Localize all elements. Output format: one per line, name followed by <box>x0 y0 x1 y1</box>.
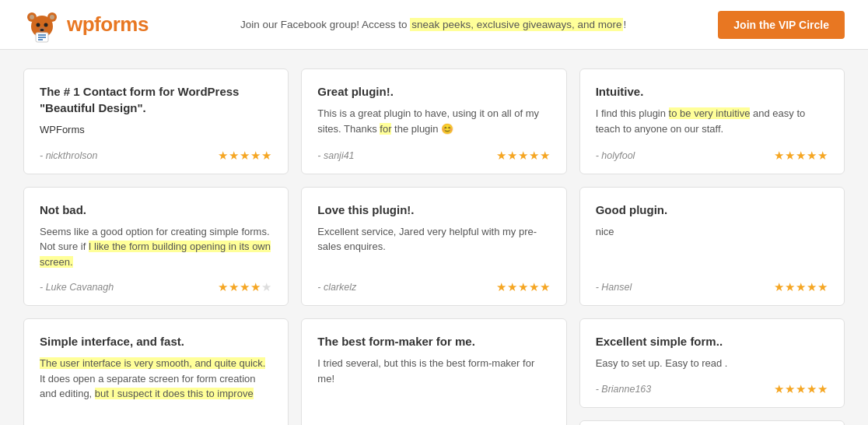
review-body: Excellent service, Jared very helpful wi… <box>317 224 550 270</box>
review-footer: - Hansel ★★★★★ <box>596 280 828 294</box>
review-body: I find this plugin to be very intuitive … <box>596 106 828 138</box>
reviewer-name: - clarkelz <box>317 282 356 293</box>
review-stars: ★★★★★ <box>774 382 828 396</box>
review-card: The best form-maker for me. I tried seve… <box>301 318 566 425</box>
review-card: Excellent!. <box>579 420 845 426</box>
review-title: Love this plugin!. <box>317 202 550 218</box>
reviewer-name: - holyfool <box>596 150 635 161</box>
reviewer-name: - Hansel <box>596 282 632 293</box>
review-footer: - holyfool ★★★★★ <box>596 149 828 163</box>
svg-point-5 <box>37 23 40 26</box>
review-stars: ★★★★★ <box>218 280 272 294</box>
logo: wpforms <box>23 6 149 44</box>
review-footer: - clarkelz ★★★★★ <box>317 280 550 294</box>
review-card: Not bad. Seems like a good option for cr… <box>23 187 289 307</box>
review-body: Seems like a good option for creating si… <box>40 224 272 270</box>
review-card: Simple interface, and fast. The user int… <box>23 318 289 425</box>
review-title: Great plugin!. <box>317 83 550 100</box>
review-footer: - Brianne163 ★★★★★ <box>596 382 828 396</box>
review-stars: ★★★★★ <box>496 149 551 163</box>
vip-circle-button[interactable]: Join the VIP Circle <box>718 11 845 39</box>
review-stars: ★★★★★ <box>774 280 828 294</box>
site-header: wpforms Join our Facebook group! Access … <box>0 0 868 50</box>
review-body: WPForms <box>40 122 272 138</box>
svg-point-6 <box>44 23 48 26</box>
review-body: Easy to set up. Easy to read . <box>596 356 828 371</box>
main-content: The # 1 Contact form for WordPress "Beau… <box>0 50 868 425</box>
review-title: Simple interface, and fast. <box>40 333 272 349</box>
review-stars: ★★★★★ <box>496 280 551 294</box>
review-title: Good plugin. <box>596 202 828 218</box>
review-card: Good plugin. nice - Hansel ★★★★★ <box>579 187 845 307</box>
review-stars: ★★★★★ <box>774 149 828 163</box>
review-title: The best form-maker for me. <box>317 333 550 349</box>
review-body: I tried several, but this is the best fo… <box>317 356 550 425</box>
reviewer-name: - nickthrolson <box>40 150 97 161</box>
review-body: The user interface is very smooth, and q… <box>40 356 272 425</box>
logo-wp: wp <box>67 12 94 36</box>
review-body: nice <box>596 224 828 270</box>
reviewer-name: - sanji41 <box>317 150 354 161</box>
review-card: The # 1 Contact form for WordPress "Beau… <box>23 68 289 174</box>
review-footer: - Luke Cavanagh ★★★★★ <box>40 280 272 294</box>
review-card: Great plugin!. This is a great plugin to… <box>301 68 566 174</box>
promo-prefix: Join our Facebook group! Access to <box>240 19 410 30</box>
promo-suffix: ! <box>623 19 626 30</box>
reviewer-name: - Luke Cavanagh <box>40 282 114 293</box>
reviews-grid: The # 1 Contact form for WordPress "Beau… <box>23 68 845 425</box>
promo-highlight: sneak peeks, exclusive giveaways, and mo… <box>410 18 623 31</box>
review-title: The # 1 Contact form for WordPress "Beau… <box>40 83 272 116</box>
svg-point-4 <box>50 15 54 19</box>
review-footer: - nickthrolson ★★★★★ <box>40 149 272 163</box>
review-footer: - sanji41 ★★★★★ <box>317 149 550 163</box>
review-card: Love this plugin!. Excellent service, Ja… <box>301 187 566 307</box>
review-title: Not bad. <box>40 202 272 218</box>
logo-bear-icon <box>23 6 61 44</box>
reviewer-name: - Brianne163 <box>596 384 652 395</box>
logo-wordmark: wpforms <box>67 12 149 37</box>
svg-point-3 <box>30 15 34 19</box>
header-promo: Join our Facebook group! Access to sneak… <box>149 19 718 30</box>
review-stars: ★★★★★ <box>218 149 272 163</box>
review-card: Intuitive. I find this plugin to be very… <box>579 68 845 174</box>
review-title: Intuitive. <box>596 83 828 100</box>
review-body: This is a great plugin to have, using it… <box>317 106 550 138</box>
review-title: Excellent simple form.. <box>596 333 828 349</box>
svg-point-8 <box>40 29 44 31</box>
review-card: Excellent simple form.. Easy to set up. … <box>579 318 845 408</box>
